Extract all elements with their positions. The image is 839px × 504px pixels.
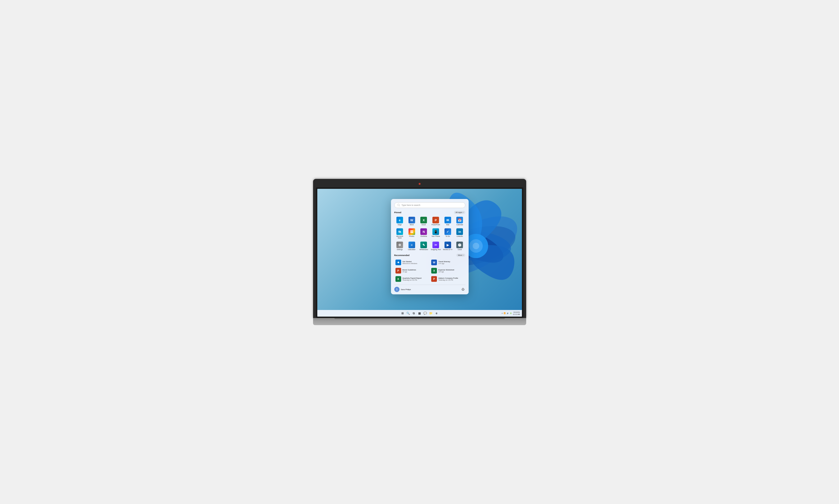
app-icon: 📅 — [456, 217, 463, 223]
app-icon: = — [408, 241, 415, 248]
laptop: Type here to search Pinned All apps › e … — [313, 179, 526, 325]
taskbar-task-view-icon[interactable]: ⧉ — [412, 311, 416, 316]
rec-time: 12h ago — [438, 271, 454, 273]
app-icon: 📱 — [432, 228, 439, 235]
more-button[interactable]: More › — [456, 254, 465, 257]
rec-icon: ❖ — [396, 259, 401, 265]
app-icon: 🕐 — [456, 241, 463, 248]
rec-item-brand-guidelines[interactable]: P Brand Guidelines 2h ago — [394, 267, 430, 274]
taskbar-clock: 11:11 AM — [513, 313, 520, 316]
rec-icon: W — [431, 259, 437, 265]
rec-item-travel-itinerary[interactable]: W Travel Itinerary 17m ago — [430, 259, 465, 266]
user-bar: S Sara Philips ⏻ — [394, 285, 465, 292]
app-icon: ⚙ — [397, 241, 403, 248]
app-icon: ✂ — [432, 241, 439, 248]
pinned-app-mail[interactable]: ✉ Mail — [442, 216, 453, 227]
app-icon: ✎ — [420, 241, 427, 248]
rec-info: Adatum Company Profile Yesterday at 1:15… — [438, 277, 458, 281]
rec-name: Brand Guidelines — [403, 269, 416, 271]
app-label: Clock — [458, 249, 462, 250]
taskbar-time[interactable]: 01/12/21 11:11 AM — [513, 311, 520, 316]
laptop-hinge — [334, 318, 505, 319]
rec-time: Welcome to Windows — [403, 263, 417, 264]
rec-info: Expense Worksheet 12h ago — [438, 269, 454, 273]
rec-name: Adatum Company Profile — [438, 277, 458, 279]
search-bar[interactable]: Type here to search — [394, 202, 465, 208]
taskbar-edge-browser-icon[interactable]: e — [435, 311, 439, 316]
taskbar-windows-start-icon[interactable]: ⊞ — [400, 311, 405, 316]
rec-item-adatum-company-profile[interactable]: P Adatum Company Profile Yesterday at 1:… — [430, 275, 465, 283]
rec-icon: X — [431, 268, 437, 273]
pinned-app-calendar[interactable]: 📅 Calendar — [454, 216, 465, 227]
recommended-items-grid: ❖ Get Started Welcome to Windows W Trave… — [394, 259, 465, 283]
svg-point-6 — [473, 243, 479, 249]
app-label: Whiteboard — [419, 249, 428, 250]
pinned-app-word[interactable]: W Word — [406, 216, 417, 227]
taskbar-file-explorer-icon[interactable]: 📁 — [429, 311, 433, 316]
app-icon: ✉ — [444, 217, 451, 223]
user-info[interactable]: S Sara Philips — [394, 287, 411, 292]
app-label: PowerPoint — [432, 224, 440, 226]
rec-item-quarterly-payroll-report[interactable]: X Quarterly Payroll Report Yesterday at … — [394, 275, 430, 283]
pinned-section-header: Pinned All apps › — [394, 211, 465, 214]
rec-time: 2h ago — [403, 271, 416, 273]
rec-icon: P — [431, 276, 437, 282]
start-menu: Type here to search Pinned All apps › e … — [391, 199, 469, 294]
taskbar-chat-icon[interactable]: 💬 — [423, 311, 427, 316]
avatar: S — [394, 287, 400, 292]
pinned-app-snipping-tool[interactable]: ✂ Snipping Tool — [430, 241, 441, 251]
pinned-app-calculator[interactable]: = Calculator — [406, 241, 417, 251]
taskbar: ⊞🔍⧉▦💬📁e ∧ 📶 🔊 🔋 01/12/21 11:11 AM — [317, 310, 522, 317]
rec-info: Quarterly Payroll Report Yesterday at 4:… — [403, 277, 421, 281]
pinned-app-your-phone[interactable]: 📱 Your Phone — [430, 228, 441, 240]
app-icon: 🖼 — [408, 228, 415, 235]
app-label: Movies & TV — [443, 249, 453, 250]
screen-bezel: Type here to search Pinned All apps › e … — [316, 187, 523, 318]
rec-time: 17m ago — [438, 263, 450, 264]
pinned-app-to-do[interactable]: ✓ To Do — [442, 228, 453, 240]
pinned-app-whiteboard[interactable]: ✎ Whiteboard — [418, 241, 429, 251]
all-apps-button[interactable]: All apps › — [454, 211, 465, 214]
laptop-lid: Type here to search Pinned All apps › e … — [313, 179, 526, 318]
rec-info: Brand Guidelines 2h ago — [403, 269, 416, 273]
search-placeholder: Type here to search — [402, 204, 462, 206]
pinned-app-powerpoint[interactable]: P PowerPoint — [430, 216, 441, 227]
pinned-app-movies-&-tv[interactable]: ▶ Movies & TV — [442, 241, 453, 251]
app-label: OneNote — [420, 235, 427, 237]
pinned-app-onenote[interactable]: N OneNote — [418, 228, 429, 240]
power-button[interactable]: ⏻ — [460, 287, 465, 292]
pinned-app-edge[interactable]: e Edge — [394, 216, 405, 227]
pinned-app-clock[interactable]: 🕐 Clock — [454, 241, 465, 251]
search-icon — [397, 204, 400, 206]
webcam-dot — [419, 183, 421, 185]
recommended-title: Recommended — [394, 254, 410, 256]
pinned-app-excel[interactable]: X Excel — [418, 216, 429, 227]
rec-name: Travel Itinerary — [438, 260, 450, 263]
pinned-app-microsoft-store[interactable]: 🛍 Microsoft Store — [394, 228, 405, 240]
rec-name: Get Started — [403, 260, 417, 263]
rec-item-get-started[interactable]: ❖ Get Started Welcome to Windows — [394, 259, 430, 266]
recommended-section-header: Recommended More › — [394, 254, 465, 257]
recommended-section: Recommended More › ❖ Get Started Welcome… — [394, 254, 465, 283]
rec-item-expense-worksheet[interactable]: X Expense Worksheet 12h ago — [430, 267, 465, 274]
app-label: Snipping Tool — [431, 249, 441, 250]
pinned-app-linkedin[interactable]: in LinkedIn — [454, 228, 465, 240]
app-icon: in — [456, 228, 463, 235]
rec-info: Get Started Welcome to Windows — [403, 260, 417, 264]
taskbar-center: ⊞🔍⧉▦💬📁e — [400, 311, 439, 316]
taskbar-widgets-icon[interactable]: ▦ — [418, 311, 422, 316]
app-label: Mail — [446, 224, 449, 226]
app-label: Edge — [398, 224, 402, 226]
laptop-base — [313, 318, 526, 325]
taskbar-search-icon[interactable]: 🔍 — [406, 311, 410, 316]
app-label: Settings — [397, 249, 403, 250]
rec-time: Yesterday at 1:15 PM — [438, 279, 458, 281]
app-icon: e — [397, 217, 403, 223]
app-label: Your Phone — [432, 235, 440, 237]
app-label: Word — [410, 224, 414, 226]
pinned-app-settings[interactable]: ⚙ Settings — [394, 241, 405, 251]
taskbar-right: ∧ 📶 🔊 🔋 01/12/21 11:11 AM — [502, 311, 520, 316]
user-name: Sara Philips — [401, 288, 411, 291]
app-icon: ✓ — [444, 228, 451, 235]
pinned-app-photos[interactable]: 🖼 Photos — [406, 228, 417, 240]
